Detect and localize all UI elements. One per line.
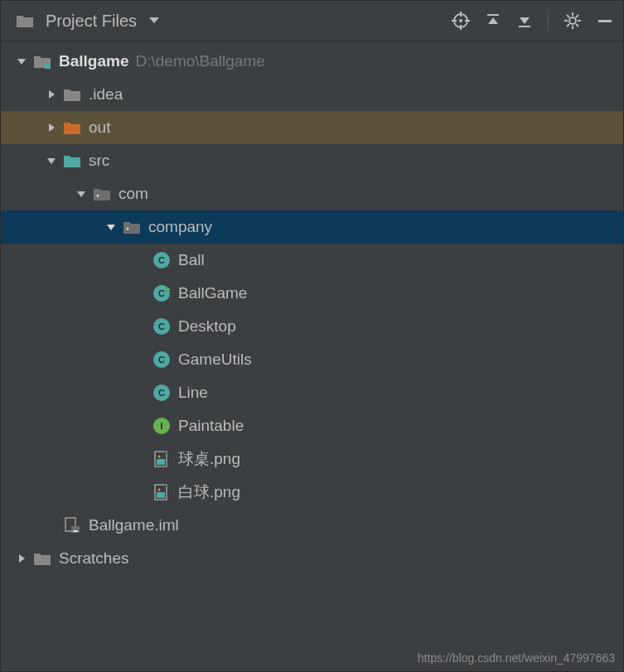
chevron-down-icon[interactable] [72,189,90,199]
node-label: GameUtils [178,351,252,369]
node-label: BallGame [178,284,247,302]
package-icon [120,220,143,234]
svg-line-14 [576,24,578,27]
class-icon: C [150,251,173,269]
node-label: Paintable [178,417,244,435]
chevron-down-icon[interactable] [42,156,60,166]
node-label: .idea [89,85,123,104]
project-tree[interactable]: Ballgame D:\demo\Ballgame .idea out [1,41,623,575]
tree-node-iml[interactable]: Ballgame.iml [1,509,623,542]
tree-node-desktop[interactable]: C Desktop [1,310,623,343]
watermark: https://blog.csdn.net/weixin_47997663 [418,651,615,665]
source-folder-icon [60,153,84,168]
node-label: Ball [178,251,205,269]
node-label: 白球.png [178,481,240,503]
package-icon [90,186,114,201]
minimize-icon[interactable] [597,12,613,29]
svg-text:I: I [160,421,162,431]
gear-icon[interactable] [564,12,582,30]
tree-node-ballgame[interactable]: C BallGame [1,277,623,310]
svg-point-35 [158,456,161,458]
svg-rect-37 [157,492,165,498]
tree-node-image-2[interactable]: 白球.png [1,476,623,509]
node-label: com [119,185,148,203]
svg-text:C: C [158,255,165,265]
dropdown-icon [148,17,160,25]
chevron-down-icon[interactable] [102,222,120,232]
node-label: Scratches [59,549,128,568]
svg-text:C: C [158,321,165,331]
node-label: 球桌.png [178,448,240,470]
chevron-right-icon[interactable] [12,554,31,563]
folder-icon [31,551,54,566]
svg-rect-18 [45,64,51,69]
node-label: src [89,152,109,170]
image-file-icon [150,450,173,468]
tree-node-scratches[interactable]: Scratches [1,542,623,575]
tree-node-com[interactable]: com [1,177,623,210]
node-label: company [148,218,212,236]
runnable-class-icon: C [150,284,173,302]
chevron-right-icon[interactable] [42,89,60,99]
svg-text:C: C [158,288,165,298]
svg-line-15 [567,24,569,27]
node-label: Ballgame.iml [89,516,179,534]
svg-line-16 [576,15,578,17]
tree-node-out[interactable]: out [1,111,623,144]
view-selector-label: Project Files [46,12,137,31]
tree-node-image-1[interactable]: 球桌.png [1,442,623,476]
folder-icon [16,13,34,28]
project-tool-window: Project Files [0,0,624,672]
node-label: Desktop [178,317,236,336]
collapse-all-icon[interactable] [516,12,533,29]
module-folder-icon [31,54,54,69]
node-label: Line [178,384,208,402]
view-selector[interactable]: Project Files [16,12,445,31]
tree-node-ball[interactable]: C Ball [1,244,623,277]
svg-rect-34 [157,459,165,465]
tree-node-idea[interactable]: .idea [1,78,623,111]
tree-node-company[interactable]: company [1,210,623,244]
tree-node-line[interactable]: C Line [1,376,623,409]
svg-rect-41 [73,530,78,532]
node-path: D:\demo\Ballgame [135,52,264,70]
svg-text:C: C [158,388,165,398]
chevron-right-icon[interactable] [42,123,60,133]
locate-icon[interactable] [452,12,470,30]
svg-text:C: C [158,355,165,365]
excluded-folder-icon [60,120,84,135]
interface-icon: I [150,417,173,435]
chevron-down-icon[interactable] [12,56,31,66]
node-label: out [89,118,110,137]
node-label: Ballgame [59,52,128,70]
folder-icon [60,87,84,102]
class-icon: C [150,317,173,336]
class-icon: C [150,351,173,369]
divider [548,10,549,31]
header-actions [452,10,613,31]
tree-node-src[interactable]: src [1,144,623,177]
tree-node-project-root[interactable]: Ballgame D:\demo\Ballgame [1,45,623,78]
svg-point-8 [569,17,576,24]
class-icon: C [150,384,173,402]
tree-node-paintable[interactable]: I Paintable [1,409,623,442]
svg-point-5 [459,19,462,22]
project-view-header: Project Files [1,1,623,41]
expand-all-icon[interactable] [485,12,501,29]
svg-point-20 [127,228,129,230]
image-file-icon [150,483,173,501]
tree-node-gameutils[interactable]: C GameUtils [1,343,623,376]
svg-point-38 [158,489,161,491]
svg-point-19 [97,195,99,197]
iml-file-icon [60,516,84,534]
svg-rect-17 [598,20,612,22]
svg-line-13 [567,15,569,17]
